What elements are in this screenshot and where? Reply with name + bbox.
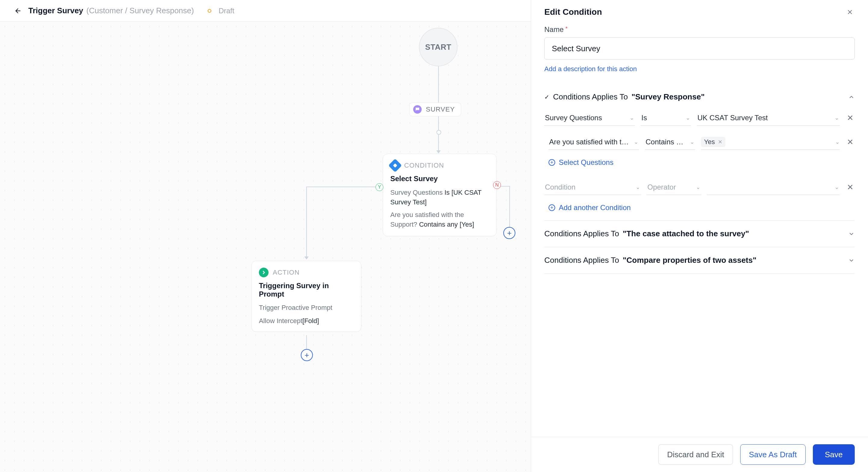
check-icon: ✓ — [544, 93, 550, 101]
value-chip[interactable]: Yes ✕ — [701, 137, 725, 147]
chip-text: Yes — [704, 138, 715, 146]
section-toggle-compare-assets[interactable]: Conditions Applies To "Compare propertie… — [544, 256, 855, 265]
section-target: "The case attached to the survey" — [623, 229, 749, 239]
add-condition-link[interactable]: + Add another Condition — [544, 203, 855, 212]
node-type-label: CONDITION — [404, 162, 444, 169]
link-text: Select Questions — [559, 158, 613, 167]
flow-start-label: START — [425, 42, 451, 52]
close-icon — [846, 8, 854, 16]
flow-survey-label: SURVEY — [426, 105, 455, 113]
condition-field-select[interactable]: Are you satisfied with t… ⌄ — [549, 134, 639, 150]
required-asterisk: * — [565, 26, 567, 31]
condition-value-select[interactable]: UK CSAT Survey Test ⌄ — [697, 110, 840, 126]
chevron-down-icon: ⌄ — [690, 139, 694, 145]
status-label: Draft — [218, 7, 234, 15]
connector — [306, 187, 307, 256]
section-compare-assets: Conditions Applies To "Compare propertie… — [544, 247, 855, 274]
condition-operator-select[interactable]: Is ⌄ — [641, 110, 691, 126]
condition-operator-select[interactable]: Operator ⌄ — [647, 179, 701, 195]
section-target: "Compare properties of two assets" — [623, 256, 756, 265]
plus-circle-icon: + — [549, 204, 555, 211]
condition-field-select[interactable]: Condition ⌄ — [544, 179, 641, 195]
name-label-text: Name — [544, 25, 564, 34]
arrow-right-circle-icon — [259, 268, 269, 277]
branch-yes: Y — [375, 183, 383, 191]
name-field-label: Name * — [544, 25, 855, 34]
section-prefix: Conditions Applies To — [544, 256, 619, 265]
chevron-down-icon: ⌄ — [634, 139, 638, 145]
back-button[interactable] — [13, 6, 23, 16]
section-prefix: Conditions Applies To — [544, 229, 619, 239]
flow-joint — [436, 130, 441, 135]
condition-title: Select Survey — [390, 175, 489, 183]
page-title-block: Trigger Survey (Customer / Survey Respon… — [28, 6, 194, 15]
action-row-1: Trigger Proactive Prompt — [259, 304, 354, 312]
diamond-icon — [388, 159, 402, 172]
panel-footer: Discard and Exit Save As Draft Save — [531, 437, 868, 472]
connector — [509, 186, 510, 227]
link-text: Add another Condition — [559, 203, 631, 212]
node-type-label: ACTION — [273, 269, 300, 276]
dropdown-placeholder: Operator — [647, 183, 676, 191]
chevron-up-icon — [848, 94, 855, 100]
chat-bubble-icon — [413, 105, 422, 114]
save-button[interactable]: Save — [813, 444, 855, 465]
dropdown-value: UK CSAT Survey Test — [698, 114, 768, 122]
connector — [438, 135, 439, 150]
flow-action-node[interactable]: ACTION Triggering Survey in Prompt Trigg… — [251, 261, 361, 332]
action-row-2-value: [Fold] — [302, 317, 319, 325]
close-panel-button[interactable] — [845, 7, 855, 17]
page-subtitle: (Customer / Survey Response) — [87, 6, 194, 15]
discard-button[interactable]: Discard and Exit — [658, 444, 733, 465]
add-node-button-action-branch[interactable]: + — [301, 349, 313, 361]
action-row-2-prefix: Allow Intercept — [259, 317, 302, 325]
remove-condition-button[interactable]: ✕ — [846, 110, 855, 126]
flow-survey-node[interactable]: SURVEY — [409, 102, 461, 116]
dropdown-value: Are you satisfied with t… — [549, 138, 629, 146]
section-prefix: Conditions Applies To — [553, 92, 628, 101]
chevron-down-icon: ⌄ — [696, 184, 701, 190]
chip-remove-icon[interactable]: ✕ — [718, 139, 722, 145]
panel-title: Edit Condition — [544, 7, 602, 17]
chevron-down-icon — [848, 230, 855, 237]
condition-value-chips[interactable]: Yes ✕ ⌄ — [701, 134, 840, 150]
condition-line1-prefix: Survey Questions — [390, 189, 444, 196]
connector — [306, 187, 383, 187]
condition-value-select[interactable]: ⌄ — [707, 179, 840, 195]
add-description-link[interactable]: Add a description for this action — [544, 65, 637, 73]
dropdown-value: Contains any — [646, 138, 687, 146]
select-questions-link[interactable]: + Select Questions — [544, 158, 855, 167]
flow-condition-node[interactable]: CONDITION Select Survey Survey Questions… — [383, 154, 497, 236]
condition-operator-select[interactable]: Contains any ⌄ — [645, 134, 695, 150]
remove-condition-button[interactable]: ✕ — [846, 134, 855, 150]
flow-start-node[interactable]: START — [419, 28, 458, 66]
dropdown-value: Survey Questions — [545, 114, 602, 122]
chevron-down-icon: ⌄ — [636, 184, 640, 190]
chevron-down-icon: ⌄ — [835, 139, 840, 145]
section-case-attached: Conditions Applies To "The case attached… — [544, 221, 855, 247]
name-input[interactable] — [544, 37, 855, 60]
remove-condition-button[interactable]: ✕ — [846, 179, 855, 195]
connector — [438, 116, 439, 130]
dropdown-value: Is — [641, 114, 647, 122]
chevron-down-icon: ⌄ — [835, 115, 839, 121]
branch-no: N — [493, 181, 501, 189]
condition-line2-value: Contains any [Yes] — [419, 221, 474, 228]
section-toggle-survey-response[interactable]: ✓ Conditions Applies To "Survey Response… — [544, 92, 855, 101]
section-toggle-case-attached[interactable]: Conditions Applies To "The case attached… — [544, 229, 855, 239]
chevron-down-icon: ⌄ — [686, 115, 690, 121]
dropdown-placeholder — [708, 183, 710, 191]
condition-field-select[interactable]: Survey Questions ⌄ — [544, 110, 635, 126]
dropdown-placeholder: Condition — [545, 183, 575, 191]
arrowhead-icon — [436, 150, 441, 153]
status-dot-icon — [208, 9, 211, 13]
add-node-button-no-branch[interactable]: + — [503, 227, 516, 239]
save-draft-button[interactable]: Save As Draft — [740, 444, 806, 465]
edit-condition-panel: Edit Condition Name * Add a description … — [531, 0, 868, 472]
page-header: Trigger Survey (Customer / Survey Respon… — [0, 0, 531, 22]
chevron-down-icon — [848, 257, 855, 264]
arrowhead-icon — [304, 256, 309, 259]
chevron-down-icon: ⌄ — [629, 115, 634, 121]
connector — [438, 66, 439, 102]
action-title: Triggering Survey in Prompt — [259, 282, 354, 298]
